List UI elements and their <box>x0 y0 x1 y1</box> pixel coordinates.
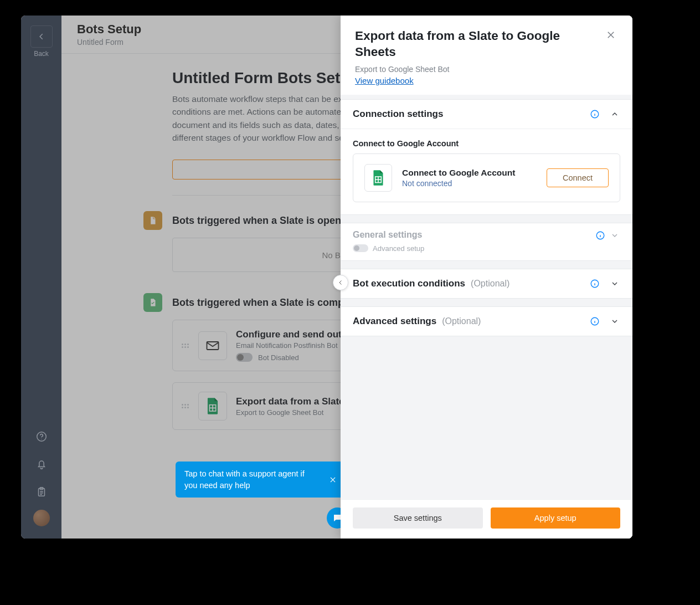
advanced-optional: (Optional) <box>442 316 481 326</box>
advanced-section: Advanced settings (Optional) <box>341 306 632 336</box>
connect-card-status: Not connected <box>402 179 537 188</box>
side-panel: Export data from a Slate to Google Sheet… <box>341 16 632 539</box>
panel-title: Export data from a Slate to Google Sheet… <box>355 28 604 60</box>
conditions-header[interactable]: Bot execution conditions (Optional) <box>341 269 632 298</box>
chevron-down-icon <box>609 316 620 327</box>
google-sheets-icon <box>364 164 392 192</box>
chevron-down-icon <box>609 278 620 289</box>
panel-body: Connection settings Connect to Google Ac… <box>341 95 632 500</box>
connect-card-title: Connect to Google Account <box>402 168 537 178</box>
info-icon[interactable] <box>589 109 600 120</box>
close-icon[interactable] <box>604 28 618 42</box>
connection-settings-label: Connection settings <box>353 109 443 120</box>
connect-field-label: Connect to Google Account <box>353 139 620 148</box>
general-settings-label: General settings <box>353 230 595 240</box>
panel-subtitle: Export to Google Sheet Bot <box>355 65 618 74</box>
chevron-down-icon <box>609 230 620 241</box>
connect-button[interactable]: Connect <box>547 168 609 187</box>
view-guidebook-link[interactable]: View guidebook <box>355 76 414 85</box>
panel-footer: Save settings Apply setup <box>341 499 632 539</box>
connect-card: Connect to Google Account Not connected … <box>353 153 620 202</box>
advanced-label: Advanced settings <box>353 316 436 327</box>
chat-toast-text: Tap to chat with a support agent if you … <box>184 469 305 489</box>
advanced-setup-toggle[interactable] <box>353 244 368 252</box>
apply-setup-button[interactable]: Apply setup <box>491 507 621 529</box>
advanced-setup-label: Advanced setup <box>373 244 424 253</box>
general-settings-header[interactable]: General settings Advanced setup <box>341 223 632 260</box>
info-icon[interactable] <box>589 316 600 327</box>
panel-collapse-button[interactable] <box>333 275 348 290</box>
conditions-optional: (Optional) <box>471 279 509 289</box>
info-icon[interactable] <box>589 278 600 289</box>
connection-settings-section: Connection settings Connect to Google Ac… <box>341 99 632 215</box>
info-icon[interactable] <box>595 230 606 241</box>
advanced-header[interactable]: Advanced settings (Optional) <box>341 307 632 336</box>
app-window: Back Bots Setup Untitled Form Untitled F… <box>21 16 632 539</box>
chat-toast-close-icon[interactable] <box>327 474 338 485</box>
connection-settings-header[interactable]: Connection settings <box>341 100 632 129</box>
general-settings-section: General settings Advanced setup <box>341 223 632 261</box>
save-settings-button[interactable]: Save settings <box>353 507 483 529</box>
chevron-up-icon <box>609 109 620 120</box>
chat-toast: Tap to chat with a support agent if you … <box>176 462 344 498</box>
conditions-section: Bot execution conditions (Optional) <box>341 269 632 299</box>
conditions-label: Bot execution conditions <box>353 278 465 289</box>
panel-header: Export data from a Slate to Google Sheet… <box>341 16 632 95</box>
